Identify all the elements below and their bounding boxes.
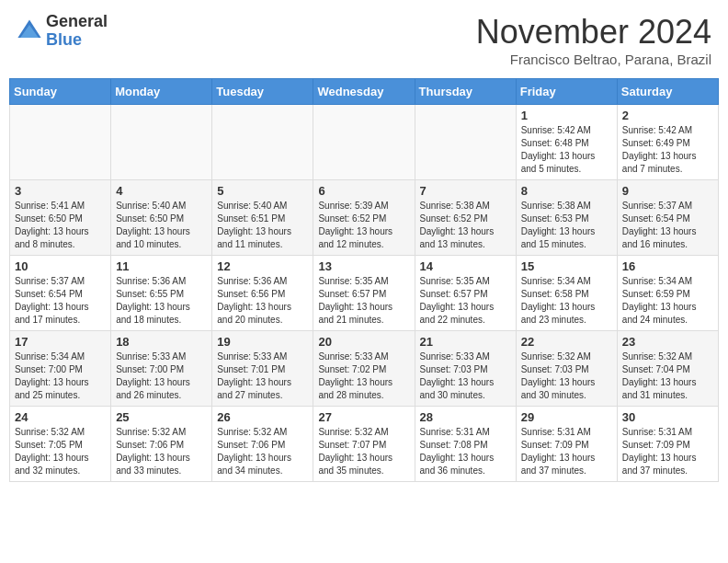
cell-info: Sunrise: 5:32 AMSunset: 7:06 PMDaylight:… xyxy=(116,426,207,477)
day-number: 19 xyxy=(217,335,308,349)
cell-info: Sunrise: 5:33 AMSunset: 7:01 PMDaylight:… xyxy=(217,350,308,402)
logo-general-text: General xyxy=(46,13,108,31)
day-number: 10 xyxy=(15,259,106,273)
day-number: 20 xyxy=(318,335,409,349)
calendar-cell: 26Sunrise: 5:32 AMSunset: 7:06 PMDayligh… xyxy=(212,407,313,482)
cell-info: Sunrise: 5:31 AMSunset: 7:08 PMDaylight:… xyxy=(420,426,511,477)
calendar-table: SundayMondayTuesdayWednesdayThursdayFrid… xyxy=(9,78,719,482)
calendar-cell xyxy=(415,105,516,180)
cell-info: Sunrise: 5:33 AMSunset: 7:03 PMDaylight:… xyxy=(420,350,511,402)
day-number: 27 xyxy=(318,410,409,424)
cell-info: Sunrise: 5:33 AMSunset: 7:02 PMDaylight:… xyxy=(318,350,409,402)
cell-info: Sunrise: 5:42 AMSunset: 6:48 PMDaylight:… xyxy=(521,124,612,176)
day-number: 24 xyxy=(15,410,106,424)
day-number: 29 xyxy=(521,410,612,424)
calendar-cell: 17Sunrise: 5:34 AMSunset: 7:00 PMDayligh… xyxy=(10,331,111,407)
day-number: 4 xyxy=(116,184,207,198)
cell-info: Sunrise: 5:37 AMSunset: 6:54 PMDaylight:… xyxy=(622,200,713,251)
calendar-cell: 22Sunrise: 5:32 AMSunset: 7:03 PMDayligh… xyxy=(516,331,617,407)
calendar-cell: 13Sunrise: 5:35 AMSunset: 6:57 PMDayligh… xyxy=(313,256,415,331)
calendar-cell: 30Sunrise: 5:31 AMSunset: 7:09 PMDayligh… xyxy=(617,407,718,482)
cell-info: Sunrise: 5:35 AMSunset: 6:57 PMDaylight:… xyxy=(318,275,409,327)
logo-text: General Blue xyxy=(46,13,108,50)
calendar-week-1: 1Sunrise: 5:42 AMSunset: 6:48 PMDaylight… xyxy=(10,105,719,180)
cell-info: Sunrise: 5:31 AMSunset: 7:09 PMDaylight:… xyxy=(622,426,713,477)
calendar-cell: 18Sunrise: 5:33 AMSunset: 7:00 PMDayligh… xyxy=(111,331,212,407)
calendar-cell: 29Sunrise: 5:31 AMSunset: 7:09 PMDayligh… xyxy=(516,407,617,482)
cell-info: Sunrise: 5:40 AMSunset: 6:50 PMDaylight:… xyxy=(116,200,207,251)
calendar-cell xyxy=(111,105,212,180)
cell-info: Sunrise: 5:38 AMSunset: 6:53 PMDaylight:… xyxy=(521,200,612,251)
logo: General Blue xyxy=(17,13,108,50)
day-number: 18 xyxy=(116,335,207,349)
calendar-cell: 11Sunrise: 5:36 AMSunset: 6:55 PMDayligh… xyxy=(111,256,212,331)
calendar-cell: 8Sunrise: 5:38 AMSunset: 6:53 PMDaylight… xyxy=(516,180,617,256)
day-number: 2 xyxy=(622,109,713,122)
day-number: 15 xyxy=(521,259,612,273)
day-number: 22 xyxy=(521,335,612,349)
day-number: 5 xyxy=(217,184,308,198)
cell-info: Sunrise: 5:36 AMSunset: 6:56 PMDaylight:… xyxy=(217,275,308,327)
cell-info: Sunrise: 5:40 AMSunset: 6:51 PMDaylight:… xyxy=(217,200,308,251)
day-number: 6 xyxy=(318,184,409,198)
weekday-header-monday: Monday xyxy=(111,79,212,105)
day-number: 12 xyxy=(217,259,308,273)
cell-info: Sunrise: 5:31 AMSunset: 7:09 PMDaylight:… xyxy=(521,426,612,477)
logo-icon xyxy=(17,18,42,44)
day-number: 8 xyxy=(521,184,612,198)
weekday-header-saturday: Saturday xyxy=(617,79,718,105)
calendar-week-4: 17Sunrise: 5:34 AMSunset: 7:00 PMDayligh… xyxy=(10,331,719,407)
day-number: 17 xyxy=(15,335,106,349)
calendar-header: SundayMondayTuesdayWednesdayThursdayFrid… xyxy=(10,79,719,105)
calendar-cell: 15Sunrise: 5:34 AMSunset: 6:58 PMDayligh… xyxy=(516,256,617,331)
calendar-cell: 25Sunrise: 5:32 AMSunset: 7:06 PMDayligh… xyxy=(111,407,212,482)
day-number: 13 xyxy=(318,259,409,273)
day-number: 9 xyxy=(622,184,713,198)
calendar-cell: 28Sunrise: 5:31 AMSunset: 7:08 PMDayligh… xyxy=(415,407,516,482)
calendar-cell: 9Sunrise: 5:37 AMSunset: 6:54 PMDaylight… xyxy=(617,180,718,256)
cell-info: Sunrise: 5:38 AMSunset: 6:52 PMDaylight:… xyxy=(420,200,511,251)
calendar-cell: 6Sunrise: 5:39 AMSunset: 6:52 PMDaylight… xyxy=(313,180,415,256)
cell-info: Sunrise: 5:32 AMSunset: 7:05 PMDaylight:… xyxy=(15,426,106,477)
cell-info: Sunrise: 5:41 AMSunset: 6:50 PMDaylight:… xyxy=(15,200,106,251)
calendar-cell: 4Sunrise: 5:40 AMSunset: 6:50 PMDaylight… xyxy=(111,180,212,256)
day-number: 1 xyxy=(521,109,612,122)
weekday-row: SundayMondayTuesdayWednesdayThursdayFrid… xyxy=(10,79,719,105)
weekday-header-wednesday: Wednesday xyxy=(313,79,415,105)
cell-info: Sunrise: 5:36 AMSunset: 6:55 PMDaylight:… xyxy=(116,275,207,327)
day-number: 11 xyxy=(116,259,207,273)
calendar-cell: 23Sunrise: 5:32 AMSunset: 7:04 PMDayligh… xyxy=(617,331,718,407)
calendar-week-3: 10Sunrise: 5:37 AMSunset: 6:54 PMDayligh… xyxy=(10,256,719,331)
title-block: November 2024 Francisco Beltrao, Parana,… xyxy=(476,13,711,67)
day-number: 14 xyxy=(420,259,511,273)
calendar-cell: 12Sunrise: 5:36 AMSunset: 6:56 PMDayligh… xyxy=(212,256,313,331)
day-number: 21 xyxy=(420,335,511,349)
day-number: 7 xyxy=(420,184,511,198)
calendar-cell: 5Sunrise: 5:40 AMSunset: 6:51 PMDaylight… xyxy=(212,180,313,256)
cell-info: Sunrise: 5:42 AMSunset: 6:49 PMDaylight:… xyxy=(622,124,713,176)
cell-info: Sunrise: 5:34 AMSunset: 6:59 PMDaylight:… xyxy=(622,275,713,327)
calendar-cell: 27Sunrise: 5:32 AMSunset: 7:07 PMDayligh… xyxy=(313,407,415,482)
cell-info: Sunrise: 5:32 AMSunset: 7:04 PMDaylight:… xyxy=(622,350,713,402)
day-number: 25 xyxy=(116,410,207,424)
cell-info: Sunrise: 5:34 AMSunset: 7:00 PMDaylight:… xyxy=(15,350,106,402)
cell-info: Sunrise: 5:32 AMSunset: 7:03 PMDaylight:… xyxy=(521,350,612,402)
calendar-week-2: 3Sunrise: 5:41 AMSunset: 6:50 PMDaylight… xyxy=(10,180,719,256)
cell-info: Sunrise: 5:35 AMSunset: 6:57 PMDaylight:… xyxy=(420,275,511,327)
calendar-cell xyxy=(10,105,111,180)
calendar-cell: 16Sunrise: 5:34 AMSunset: 6:59 PMDayligh… xyxy=(617,256,718,331)
day-number: 26 xyxy=(217,410,308,424)
calendar-cell: 7Sunrise: 5:38 AMSunset: 6:52 PMDaylight… xyxy=(415,180,516,256)
cell-info: Sunrise: 5:39 AMSunset: 6:52 PMDaylight:… xyxy=(318,200,409,251)
calendar-cell: 2Sunrise: 5:42 AMSunset: 6:49 PMDaylight… xyxy=(617,105,718,180)
weekday-header-friday: Friday xyxy=(516,79,617,105)
cell-info: Sunrise: 5:37 AMSunset: 6:54 PMDaylight:… xyxy=(15,275,106,327)
day-number: 23 xyxy=(622,335,713,349)
calendar-cell: 3Sunrise: 5:41 AMSunset: 6:50 PMDaylight… xyxy=(10,180,111,256)
calendar-cell: 21Sunrise: 5:33 AMSunset: 7:03 PMDayligh… xyxy=(415,331,516,407)
day-number: 16 xyxy=(622,259,713,273)
cell-info: Sunrise: 5:32 AMSunset: 7:06 PMDaylight:… xyxy=(217,426,308,477)
location-subtitle: Francisco Beltrao, Parana, Brazil xyxy=(476,52,711,67)
calendar-cell: 19Sunrise: 5:33 AMSunset: 7:01 PMDayligh… xyxy=(212,331,313,407)
logo-blue-text: Blue xyxy=(46,31,108,50)
